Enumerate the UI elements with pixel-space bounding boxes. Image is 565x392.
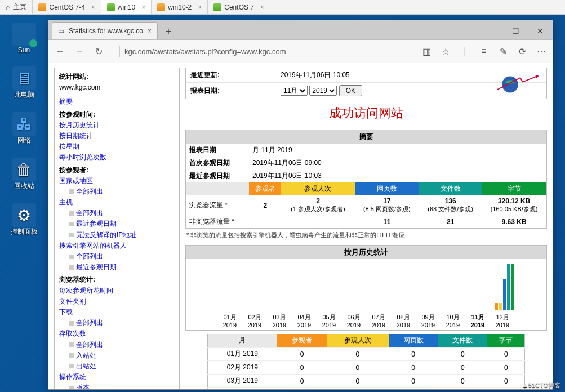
desktop-icon-control[interactable]: ⚙控制面板 xyxy=(6,203,42,237)
vm-icon xyxy=(107,3,115,11)
monthly-chart xyxy=(185,259,547,311)
minimize-button[interactable]: — xyxy=(478,23,503,39)
close-icon[interactable]: × xyxy=(198,3,202,11)
forward-button[interactable]: → xyxy=(73,45,86,57)
close-button[interactable]: ✕ xyxy=(528,23,553,39)
link-os-version[interactable]: 版本 xyxy=(76,382,90,389)
desktop-icon-sun[interactable]: Sun xyxy=(6,23,42,54)
summary-section: 摘要 报表日期月 11月 2019 首次参观日期2019年11月06日 09:0… xyxy=(185,130,547,242)
year-select[interactable]: 2019 xyxy=(309,86,337,96)
link-access-exit[interactable]: 出站处 xyxy=(76,361,96,372)
browser-toolbar: ← → ↻ kgc.com/awstats/awstats.pl?config=… xyxy=(48,39,553,63)
favorite-icon[interactable]: ☆ xyxy=(440,46,451,57)
link-access-entry[interactable]: 入站处 xyxy=(76,350,96,361)
link-host[interactable]: 主机 xyxy=(59,198,73,206)
link-download-all[interactable]: 全部列出 xyxy=(76,318,103,328)
close-icon[interactable]: × xyxy=(91,3,95,11)
heading-by-visitor: 按参观者: xyxy=(59,165,175,176)
heading-browser-stats: 浏览器统计: xyxy=(59,274,175,285)
sidebar: 统计网站: www.kgc.com 摘要 按参观时间: 按月历史统计 按日期统计… xyxy=(54,68,180,389)
new-tab-button[interactable]: + xyxy=(160,24,177,39)
maximize-button[interactable]: ☐ xyxy=(503,23,528,39)
axis-month: 02月2019 xyxy=(246,313,264,328)
browser-tab[interactable]: ▭ Statistics for www.kgc.co × xyxy=(52,22,158,39)
summary-note: * 非浏览的流量包括搜索引擎机器人，蠕虫病毒产生的流量和非正常的HTTP相应 xyxy=(185,229,547,242)
more-icon[interactable]: ⋯ xyxy=(536,46,547,57)
vm-tab-1[interactable]: win10× xyxy=(101,0,152,14)
browser-window: ▭ Statistics for www.kgc.co × + — ☐ ✕ ← … xyxy=(48,20,553,390)
table-row: 02月 201900000 xyxy=(207,361,525,375)
site-value: www.kgc.com xyxy=(59,82,175,93)
axis-month: 03月2019 xyxy=(270,313,288,328)
home-icon xyxy=(6,3,10,12)
link-host-all[interactable]: 全部列出 xyxy=(76,208,103,219)
close-icon[interactable]: × xyxy=(260,3,264,11)
network-icon: 🖧 xyxy=(12,112,36,136)
table-row: 01月 201900000 xyxy=(207,348,525,361)
back-button[interactable]: ← xyxy=(54,45,66,57)
link-robots[interactable]: 搜索引擎网站的机器人 xyxy=(59,242,127,250)
close-icon[interactable]: × xyxy=(148,27,152,35)
pc-icon: 🖥 xyxy=(12,66,36,90)
browser-tabstrip: ▭ Statistics for www.kgc.co × + — ☐ ✕ xyxy=(48,20,553,39)
link-host-unresolved[interactable]: 无法反解译的IP地址 xyxy=(76,230,136,240)
address-bar[interactable]: kgc.com/awstats/awstats.pl?config=www.kg… xyxy=(112,44,414,59)
monthly-title: 按月历史统计 xyxy=(185,245,547,259)
desktop-icon-pc[interactable]: 🖥此电脑 xyxy=(6,66,42,100)
vm-icon xyxy=(213,3,221,11)
desktop-icon-network[interactable]: 🖧网络 xyxy=(6,112,42,145)
link-host-recent[interactable]: 最近参观日期 xyxy=(76,219,117,229)
home-tab[interactable]: 主页 xyxy=(0,0,33,14)
link-robots-recent[interactable]: 最近参观日期 xyxy=(76,262,117,273)
header-panel: 最近更新: 2019年11月06日 10:05 报表日期: xyxy=(185,68,547,99)
axis-month: 11月2019 xyxy=(469,313,487,328)
desktop-icon-recycle[interactable]: 🗑回收站 xyxy=(6,158,42,191)
browser-tab-title: Statistics for www.kgc.co xyxy=(69,27,143,35)
link-os[interactable]: 操作系统 xyxy=(59,373,86,381)
control-panel-icon: ⚙ xyxy=(12,203,36,227)
vm-tab-0[interactable]: CentOS 7-4× xyxy=(33,0,101,14)
link-weekday[interactable]: 按星期 xyxy=(59,142,79,150)
axis-month: 04月2019 xyxy=(295,313,313,328)
link-access[interactable]: 存取次数 xyxy=(59,329,86,337)
link-country[interactable]: 国家或地区 xyxy=(59,177,93,185)
notes-icon[interactable]: ✎ xyxy=(497,46,509,57)
hub-icon[interactable]: ≡ xyxy=(478,46,490,57)
link-access-all[interactable]: 全部列出 xyxy=(76,340,103,350)
vm-tab-bar: 主页 CentOS 7-4× win10× win10-2× CentOS 7× xyxy=(0,0,565,15)
success-banner: 成功访问网站 xyxy=(185,103,547,126)
link-country-all[interactable]: 全部列出 xyxy=(76,186,103,197)
last-update-label: 最近更新: xyxy=(190,70,241,80)
link-daily[interactable]: 按日期统计 xyxy=(59,132,93,140)
link-monthly[interactable]: 按月历史统计 xyxy=(59,121,100,129)
svg-point-0 xyxy=(502,77,518,93)
link-robots-all[interactable]: 全部列出 xyxy=(76,251,103,262)
axis-month: 05月2019 xyxy=(320,313,338,328)
axis-month: 12月2019 xyxy=(493,313,511,328)
main-content: 最近更新: 2019年11月06日 10:05 报表日期: xyxy=(185,68,547,389)
folder-icon xyxy=(12,23,36,46)
link-hourly[interactable]: 每小时浏览次数 xyxy=(59,153,106,161)
watermark: ▲51CTO博客 xyxy=(522,381,560,390)
row-nonbrowser-traffic: 非浏览器流量 * 11 21 9.63 KB xyxy=(186,215,547,229)
refresh-button[interactable]: ↻ xyxy=(92,45,105,57)
axis-month: 06月2019 xyxy=(345,313,363,328)
vm-tab-3[interactable]: CentOS 7× xyxy=(208,0,270,14)
close-icon[interactable]: × xyxy=(141,3,145,11)
link-download[interactable]: 下载 xyxy=(59,308,73,316)
link-visit-time[interactable]: 每次参观所花时间 xyxy=(59,287,113,295)
monthly-section: 按月历史统计 01月201902月201903月201904月201905月20… xyxy=(185,245,547,389)
monthly-axis: 01月201902月201903月201904月201905月201906月20… xyxy=(185,311,547,331)
month-select[interactable]: 11月 xyxy=(281,86,308,96)
vm-icon xyxy=(38,3,46,11)
vm-tab-2[interactable]: win10-2× xyxy=(152,0,208,14)
table-row: 03月 201900000 xyxy=(207,375,525,388)
heading-by-time: 按参观时间: xyxy=(59,109,175,120)
last-update-value: 2019年11月06日 10:05 xyxy=(281,70,350,80)
link-file-type[interactable]: 文件类别 xyxy=(59,297,86,305)
summary-title: 摘要 xyxy=(185,130,547,144)
reading-icon[interactable]: ▥ xyxy=(421,46,432,57)
share-icon[interactable]: ⟳ xyxy=(517,46,528,57)
ok-button[interactable]: OK xyxy=(339,85,362,96)
link-summary[interactable]: 摘要 xyxy=(59,97,73,105)
